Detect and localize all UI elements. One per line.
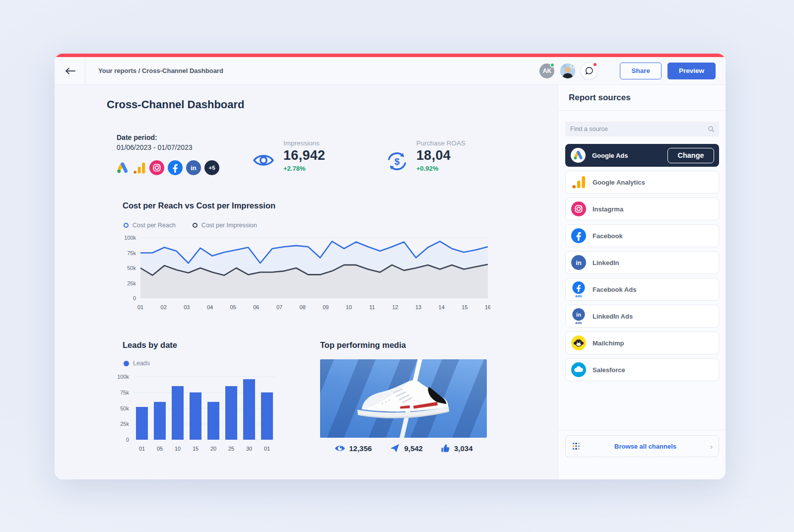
instagram-icon xyxy=(149,160,164,175)
legend-item-cost-per-reach[interactable]: Cost per Reach xyxy=(124,222,176,229)
search-icon xyxy=(708,126,719,133)
kpi-label: Impressions xyxy=(283,139,325,147)
breadcrumb: Your reports / Cross-Channel Dashboard xyxy=(98,67,223,74)
source-list: Google AnalyticsInstagrmaFacebookinLinke… xyxy=(565,171,719,381)
paper-plane-icon xyxy=(390,443,400,453)
browse-all-channels-button[interactable]: Browse all channels › xyxy=(565,435,719,457)
google-analytics-icon xyxy=(571,175,586,190)
svg-text:0: 0 xyxy=(126,437,129,443)
svg-text:05: 05 xyxy=(157,446,163,452)
svg-text:15: 15 xyxy=(193,446,198,452)
svg-text:in: in xyxy=(576,311,581,317)
media-stat-value: 9,542 xyxy=(404,444,423,453)
thumbs-up-icon xyxy=(441,444,450,453)
source-item-facebook[interactable]: Facebook xyxy=(565,224,719,247)
connected-source-icons: in+5 xyxy=(116,160,219,175)
online-dot xyxy=(571,64,575,67)
svg-text:in: in xyxy=(576,259,582,266)
kpi-label: Purchase ROAS xyxy=(416,139,465,147)
avatar-initials-text: AK xyxy=(543,67,551,74)
svg-text:11: 11 xyxy=(369,304,375,310)
google-analytics-icon xyxy=(132,161,146,175)
date-period-value: 01/06/2023 - 01/07/2023 xyxy=(117,142,193,152)
facebook-ads-icon: ads xyxy=(571,281,586,298)
avatar-initials[interactable]: AK xyxy=(539,64,554,78)
facebook-icon xyxy=(571,228,586,243)
svg-text:05: 05 xyxy=(230,304,236,310)
media-stat-value: 12,356 xyxy=(349,444,372,453)
svg-text:20: 20 xyxy=(210,446,216,452)
kpi-value: 16,942 xyxy=(283,148,325,163)
source-item-mailchimp[interactable]: Mailchimp xyxy=(565,332,719,354)
eye-filled-icon xyxy=(334,444,345,453)
svg-text:100k: 100k xyxy=(124,235,136,241)
source-item-facebook-ads[interactable]: adsFacebook Ads xyxy=(565,278,719,301)
share-button[interactable]: Share xyxy=(620,63,662,79)
media-stats-row: 12,3569,5423,034 xyxy=(320,443,487,453)
media-stat: 12,356 xyxy=(334,443,372,453)
legend-item-cost-per-impression[interactable]: Cost per Impression xyxy=(193,222,257,229)
svg-text:75k: 75k xyxy=(120,390,129,396)
date-period: Date period: 01/06/2023 - 01/07/2023 xyxy=(117,133,193,152)
svg-text:50k: 50k xyxy=(120,405,129,411)
source-label: Salesforce xyxy=(593,366,625,374)
svg-text:16: 16 xyxy=(485,304,490,310)
change-source-button[interactable]: Change xyxy=(667,148,714,163)
source-item-linkedin[interactable]: inLinkedIn xyxy=(565,251,719,274)
avatar-photo[interactable] xyxy=(560,64,575,78)
media-stat-value: 3,034 xyxy=(454,444,473,453)
source-label: LinkedIn xyxy=(593,259,619,266)
source-item-google-ads-selected[interactable]: Google Ads Change xyxy=(565,144,719,167)
svg-text:10: 10 xyxy=(175,446,181,452)
source-search xyxy=(565,122,719,136)
svg-text:ads: ads xyxy=(575,293,582,297)
svg-text:01: 01 xyxy=(137,304,143,310)
source-label: Mailchimp xyxy=(593,339,624,347)
svg-text:25: 25 xyxy=(228,446,234,452)
back-button[interactable] xyxy=(55,57,85,84)
kpi-value: 18,04 xyxy=(416,148,465,163)
page-title: Cross-Channel Dashboard xyxy=(107,98,245,111)
svg-text:02: 02 xyxy=(161,304,167,310)
svg-text:09: 09 xyxy=(323,304,329,310)
sidebar-divider xyxy=(558,430,726,430)
leads-chart-title: Leads by date xyxy=(123,340,177,350)
eye-outline-icon xyxy=(252,150,275,172)
window-top-strip xyxy=(55,54,726,57)
date-period-label: Date period: xyxy=(117,133,193,142)
legend-ring-blue xyxy=(124,223,129,228)
top-bar: Your reports / Cross-Channel Dashboard A… xyxy=(55,57,726,85)
chat-button[interactable] xyxy=(581,63,597,79)
roas-icon: $ xyxy=(386,150,408,174)
svg-text:75k: 75k xyxy=(127,250,136,256)
more-sources-badge[interactable]: +5 xyxy=(204,160,219,175)
search-input[interactable] xyxy=(565,126,708,133)
google-ads-icon xyxy=(571,148,586,163)
source-item-instagrma[interactable]: Instagrma xyxy=(565,198,719,220)
linkedin-icon: in xyxy=(571,255,586,270)
chevron-right-icon: › xyxy=(710,442,713,451)
kpi-impressions: Impressions 16,942 +2.78% xyxy=(252,139,325,172)
svg-text:14: 14 xyxy=(439,304,445,310)
kpi-delta: +2.78% xyxy=(283,165,325,172)
legend-item-leads[interactable]: Leads xyxy=(124,360,150,367)
svg-text:07: 07 xyxy=(276,304,282,310)
svg-text:08: 08 xyxy=(300,304,306,310)
source-label: LinkedIn Ads xyxy=(593,313,633,320)
source-item-linkedin-ads[interactable]: inadsLinkedIn Ads xyxy=(565,305,719,328)
source-label: Facebook xyxy=(593,232,623,240)
source-label: Instagrma xyxy=(593,205,623,213)
report-sources-panel: Report sources Google Ads Change Google … xyxy=(558,85,726,479)
sneaker-image xyxy=(346,373,460,425)
salesforce-icon xyxy=(571,362,586,377)
source-item-salesforce[interactable]: Salesforce xyxy=(565,358,719,381)
source-item-google-analytics[interactable]: Google Analytics xyxy=(565,171,719,194)
svg-text:25k: 25k xyxy=(120,421,129,427)
report-canvas: Cross-Channel Dashboard Date period: 01/… xyxy=(55,85,558,479)
chat-bubble-icon xyxy=(585,66,594,75)
preview-button[interactable]: Preview xyxy=(667,63,716,79)
instagram-icon xyxy=(571,201,586,216)
svg-text:50k: 50k xyxy=(127,265,136,271)
notification-dot xyxy=(593,62,597,67)
cost-chart: 100k75k50k25k001020304050607080910111213… xyxy=(113,234,490,314)
